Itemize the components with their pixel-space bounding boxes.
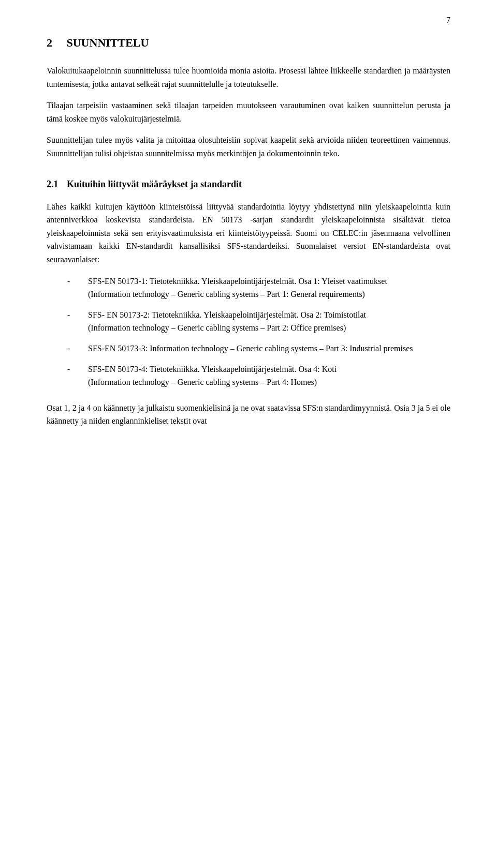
list-text: SFS-EN 50173-1: Tietotekniikka. Yleiskaa… xyxy=(88,275,450,301)
list-item-en-4: (Information technology – Generic cablin… xyxy=(88,376,450,389)
list-item: - SFS-EN 50173-1: Tietotekniikka. Yleisk… xyxy=(47,275,450,301)
list-dash: - xyxy=(67,363,83,376)
list-dash: - xyxy=(67,308,83,322)
section-title: SUUNNITTELU xyxy=(67,36,149,49)
list-item-en-2: (Information technology – Generic cablin… xyxy=(88,321,450,335)
page-number: 7 xyxy=(446,16,450,25)
paragraph-2: Tilaajan tarpeisiin vastaaminen sekä til… xyxy=(47,99,450,125)
section-heading: 2 SUUNNITTELU xyxy=(47,36,450,50)
page: 7 2 SUUNNITTELU Valokuitukaapeloinnin su… xyxy=(0,0,497,868)
list-item: - SFS-EN 50173-4: Tietotekniikka. Yleisk… xyxy=(47,363,450,389)
subsection-heading: 2.1 Kuituihin liittyvät määräykset ja st… xyxy=(47,179,450,190)
paragraph-1: Valokuitukaapeloinnin suunnittelussa tul… xyxy=(47,64,450,91)
list-item-fi-2: SFS- EN 50173-2: Tietotekniikka. Yleiska… xyxy=(88,308,450,322)
subsection-title: Kuituihin liittyvät määräykset ja standa… xyxy=(67,179,242,189)
subsection-number: 2.1 xyxy=(47,179,59,189)
list-dash: - xyxy=(67,342,83,355)
final-paragraph: Osat 1, 2 ja 4 on käännetty ja julkaistu… xyxy=(47,401,450,428)
list-text: SFS-EN 50173-4: Tietotekniikka. Yleiskaa… xyxy=(88,363,450,389)
subsection-paragraph-1: Lähes kaikki kuitujen käyttöön kiinteist… xyxy=(47,200,450,266)
list-item-fi-4: SFS-EN 50173-4: Tietotekniikka. Yleiskaa… xyxy=(88,363,450,376)
list-item-fi-1: SFS-EN 50173-1: Tietotekniikka. Yleiskaa… xyxy=(88,275,450,288)
section-number: 2 xyxy=(47,36,52,49)
list-dash: - xyxy=(67,275,83,288)
paragraph-3: Suunnittelijan tulee myös valita ja mito… xyxy=(47,133,450,160)
list-text: SFS-EN 50173-3: Information technology –… xyxy=(88,342,450,355)
list-item-fi-3: SFS-EN 50173-3: Information technology –… xyxy=(88,342,450,355)
list-item: - SFS- EN 50173-2: Tietotekniikka. Yleis… xyxy=(47,308,450,335)
list-item: - SFS-EN 50173-3: Information technology… xyxy=(47,342,450,355)
list-item-en-1: (Information technology – Generic cablin… xyxy=(88,288,450,301)
standards-list: - SFS-EN 50173-1: Tietotekniikka. Yleisk… xyxy=(47,275,450,389)
list-text: SFS- EN 50173-2: Tietotekniikka. Yleiska… xyxy=(88,308,450,335)
